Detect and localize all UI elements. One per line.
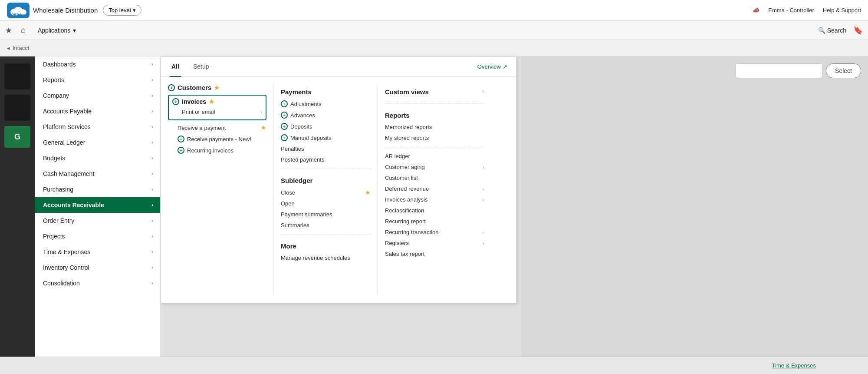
receive-payment-star-icon[interactable]: ★ [261,124,266,131]
time-expenses-link[interactable]: Time & Expenses [772,362,816,369]
arrow-icon: › [151,249,153,255]
overview-link[interactable]: Overview ↗ [477,63,507,70]
reclassification-item[interactable]: Reclassification [385,205,484,216]
adjustments-item[interactable]: + Adjustments [281,98,371,109]
close-star-icon[interactable]: ★ [365,189,371,196]
chevron-down-icon: ▾ [133,7,136,13]
search-label: Search [827,27,846,34]
deposits-item[interactable]: + Deposits [281,121,371,132]
sidebar-item-company[interactable]: Company › [35,88,160,103]
select-button[interactable]: Select [826,63,861,78]
apps-panel: Dashboards › Reports › Company › Account… [35,56,161,374]
arrow-icon: › [151,77,153,83]
sidebar-item-accounts-payable[interactable]: Accounts Payable › [35,103,160,119]
tab-setup[interactable]: Setup [191,57,211,77]
recurring-invoices-item[interactable]: + Recurring invoices [168,145,266,156]
manual-deposits-item[interactable]: + Manual deposits [281,132,371,143]
registers-item[interactable]: Registers › [385,238,484,248]
arrow-icon: › [151,280,153,286]
company-name: Wholesale Distribution [33,7,98,14]
tab-all[interactable]: All [170,57,181,77]
penalties-item[interactable]: Penalties [281,143,371,154]
registers-arrow: › [482,241,484,246]
memorized-reports-item[interactable]: Memorized reports [385,122,484,132]
subledger-header: Subledger [281,172,371,187]
customer-aging-item[interactable]: Customer aging › [385,162,484,172]
sidebar-item-projects[interactable]: Projects › [35,228,160,244]
megaphone-icon[interactable]: 📣 [753,7,760,13]
plus-circle-icon: + [178,136,184,142]
bookmark-icon[interactable]: 🔖 [853,26,863,35]
invoices-title: + Invoices ★ [172,98,262,105]
sidebar-item-inventory-control[interactable]: Inventory Control › [35,260,160,275]
arrow-icon: › [151,61,153,67]
filter-dropdown[interactable] [736,63,822,78]
menu-column-2: Payments + Adjustments + Advances + [274,84,378,296]
receive-payment-item[interactable]: Receive a payment ★ [168,122,266,133]
arrow-icon: › [151,265,153,271]
custom-views-section: Custom views › [385,84,484,98]
arrow-icon: › [151,186,153,192]
open-item[interactable]: Open [281,198,371,209]
recurring-transaction-item[interactable]: Recurring transaction › [385,227,484,238]
sidebar-item-accounts-receivable[interactable]: Accounts Receivable › [35,197,160,213]
arrow-icon: › [151,171,153,177]
sidebar-item-dashboards[interactable]: Dashboards › [35,56,160,72]
sidebar-item-consolidation[interactable]: Consolidation › [35,275,160,291]
manage-revenue-item[interactable]: Manage revenue schedules [281,252,371,263]
print-email-item[interactable]: Print or email › [172,107,262,117]
sales-tax-report-item[interactable]: Sales tax report [385,248,484,259]
star-favorite-icon[interactable]: ★ [214,84,220,91]
arrow-right-icon: › [260,109,262,115]
top-bar: GBD.Inc Wholesale Distribution Top level… [0,0,868,21]
main-area: G Dashboards › Reports › Company › Accou… [0,56,868,374]
advances-item[interactable]: + Advances [281,109,371,121]
mega-menu-body: + Customers ★ + Invoices ★ Print or emai… [161,77,516,303]
home-icon[interactable]: ⌂ [21,26,26,35]
left-sidebar: G [0,56,35,374]
arrow-icon: › [151,202,153,208]
my-stored-reports-item[interactable]: My stored reports [385,132,484,143]
invoices-star-icon[interactable]: ★ [209,98,214,105]
divider [385,103,484,104]
sidebar-item-time-expenses[interactable]: Time & Expenses › [35,244,160,260]
custom-views-header: Custom views [385,84,429,98]
sidebar-item-cash-management[interactable]: Cash Management › [35,166,160,182]
select-area: Select [521,56,868,85]
menu-column-3: Custom views › Reports Memorized reports… [378,84,491,296]
top-level-button[interactable]: Top level ▾ [103,5,141,16]
sidebar-item-order-entry[interactable]: Order Entry › [35,213,160,228]
sidebar-item-general-ledger[interactable]: General Ledger › [35,135,160,150]
arrow-icon: › [151,139,153,146]
payment-summaries-item[interactable]: Payment summaries [281,209,371,220]
applications-button[interactable]: Applications ▾ [34,25,80,36]
sidebar-item-reports[interactable]: Reports › [35,72,160,88]
sidebar-item-platform-services[interactable]: Platform Services › [35,119,160,135]
summaries-item[interactable]: Summaries [281,220,371,231]
ar-ledger-item[interactable]: AR ledger [385,151,484,162]
close-item[interactable]: Close ★ [281,187,371,198]
star-icon[interactable]: ★ [5,26,12,35]
help-link[interactable]: Help & Support [823,7,861,13]
breadcrumb-chevron: ◂ [7,45,10,51]
receive-payments-new-item[interactable]: + Receive payments - New! [168,133,266,145]
search-button[interactable]: 🔍 Search [818,27,846,34]
plus-circle-icon: + [281,123,288,130]
applications-label: Applications [38,27,71,34]
mega-menu: All Setup Overview ↗ + Customers ★ [161,56,516,303]
deferred-revenue-item[interactable]: Deferred revenue › [385,183,484,194]
user-info[interactable]: Emma - Controller [768,7,814,13]
invoices-analysis-arrow: › [482,197,484,202]
invoices-analysis-item[interactable]: Invoices analysis › [385,194,484,205]
menu-column-1: + Customers ★ + Invoices ★ Print or emai… [161,84,274,296]
payments-header: Payments [281,84,371,98]
sidebar-block-2 [4,95,30,121]
customer-list-item[interactable]: Customer list [385,172,484,183]
reports-header: Reports [385,107,484,122]
external-link-icon: ↗ [503,63,507,70]
sidebar-item-budgets[interactable]: Budgets › [35,150,160,166]
recurring-report-item[interactable]: Recurring report [385,216,484,227]
posted-payments-item[interactable]: Posted payments [281,154,371,165]
top-bar-right: 📣 Emma - Controller Help & Support [753,7,861,13]
sidebar-item-purchasing[interactable]: Purchasing › [35,182,160,197]
